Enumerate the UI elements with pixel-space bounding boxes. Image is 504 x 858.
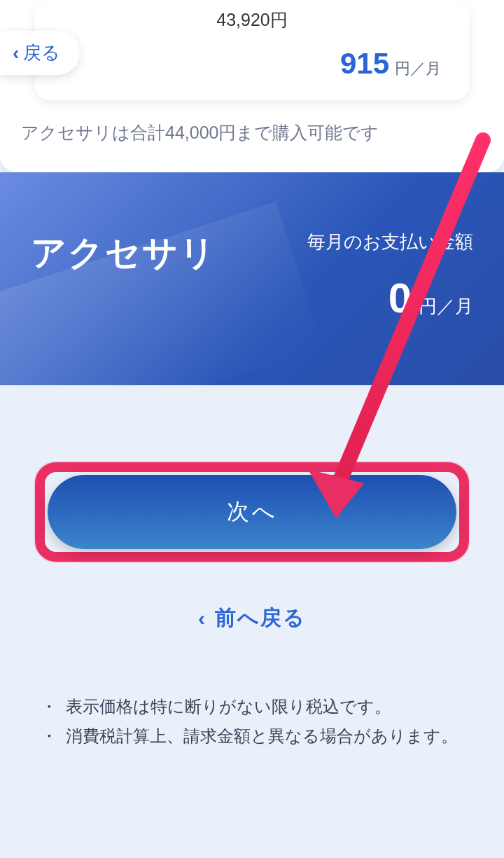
back-button-label: 戻る <box>23 41 60 65</box>
bottom-area: 次へ ‹ 前へ戻る ・表示価格は特に断りがない限り税込です。 ・消費税計算上、請… <box>0 385 504 747</box>
accessory-limit-note: アクセサリは合計44,000円まで購入可能です <box>21 121 483 144</box>
next-button[interactable]: 次へ <box>48 475 456 549</box>
footnote-text: 表示価格は特に断りがない限り税込です。 <box>66 696 391 718</box>
bullet-icon: ・ <box>41 725 57 747</box>
highlight-frame: 次へ <box>35 462 469 562</box>
upper-card: 43,920円 915 円／月 アクセサリは合計44,000円まで購入可能です <box>0 0 504 172</box>
back-button[interactable]: ‹ 戻る <box>0 31 80 75</box>
previous-link[interactable]: ‹ 前へ戻る <box>35 604 469 632</box>
price-card: 43,920円 915 円／月 <box>35 0 469 100</box>
chevron-left-icon: ‹ <box>198 607 205 630</box>
total-price: 43,920円 <box>63 8 441 32</box>
footnote-text: 消費税計算上、請求金額と異なる場合があります。 <box>66 725 458 747</box>
footnotes: ・表示価格は特に断りがない限り税込です。 ・消費税計算上、請求金額と異なる場合が… <box>35 696 469 747</box>
monthly-price-row: 915 円／月 <box>63 47 441 81</box>
monthly-price-value: 915 <box>340 47 389 81</box>
bullet-icon: ・ <box>41 696 57 718</box>
summary-amount: 0 <box>388 274 412 322</box>
summary-title: アクセサリ <box>31 230 216 277</box>
summary-unit: 円／月 <box>419 294 473 319</box>
chevron-left-icon: ‹ <box>13 43 19 63</box>
list-item: ・消費税計算上、請求金額と異なる場合があります。 <box>41 725 469 747</box>
next-button-label: 次へ <box>227 497 278 527</box>
list-item: ・表示価格は特に断りがない限り税込です。 <box>41 696 469 718</box>
previous-link-label: 前へ戻る <box>215 604 306 632</box>
summary-payment-label: 毎月のお支払い金額 <box>307 230 473 254</box>
accessory-summary-section: アクセサリ 毎月のお支払い金額 0 円／月 <box>0 172 504 385</box>
monthly-price-unit: 円／月 <box>395 58 441 79</box>
